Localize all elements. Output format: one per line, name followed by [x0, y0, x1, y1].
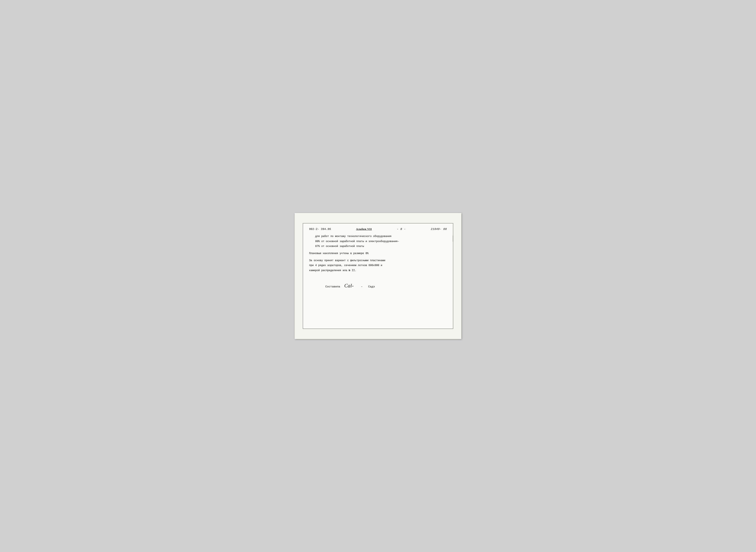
para1-text: Плановые накопления учтены в размере 8%: [309, 251, 447, 256]
body-line-2: 80% от основной заработной платы и элект…: [315, 240, 447, 244]
doc-number: 902-2- 394.86: [309, 228, 331, 231]
album-label: Альбом VII: [356, 228, 372, 231]
signature-line: Составила Cal- – Садэ: [325, 283, 447, 289]
right-number: 21049- 08: [431, 228, 447, 231]
header-row: 902-2- 394.86 Альбом VII - 8 - 21049- 08: [309, 228, 447, 231]
body-line-3: 87% от основной заработной платы: [315, 244, 447, 249]
para-1: Плановые накопления учтены в размере 8%: [309, 251, 447, 256]
para-2: За основу принят вариант с фильтросными …: [309, 259, 447, 273]
page-wrapper: 902-2- 394.86 Альбом VII - 8 - 21049- 08…: [295, 213, 461, 339]
body-line-1: для работ по монтажу технологического об…: [315, 234, 447, 239]
signature-handwritten: Cal-: [344, 283, 353, 289]
document-border: 902-2- 394.86 Альбом VII - 8 - 21049- 08…: [303, 223, 453, 329]
signature-dash: –: [361, 285, 362, 288]
signature-label: Составила: [325, 285, 340, 288]
para2-line3: камерой распределения ила № II.: [309, 268, 447, 273]
para2-line1: За основу принят вариант с фильтросными …: [309, 259, 447, 263]
signature-name: Садэ: [368, 285, 375, 288]
edge-mark: [453, 236, 453, 242]
page-marker: - 8 -: [397, 228, 406, 231]
text-block-1: для работ по монтажу технологического об…: [315, 234, 447, 249]
para2-line2: при 4 рядих аэраторов, сечением лотков 6…: [309, 263, 447, 268]
